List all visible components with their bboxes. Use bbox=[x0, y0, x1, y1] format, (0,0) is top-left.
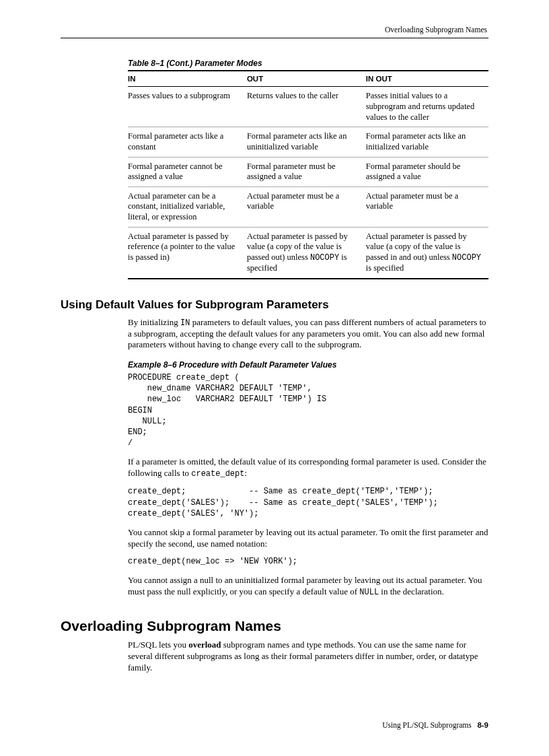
inline-code: create_dept bbox=[191, 469, 244, 479]
text: By initializing bbox=[128, 317, 180, 327]
text: : bbox=[244, 468, 247, 478]
parameter-modes-table: IN OUT IN OUT Passes values to a subprog… bbox=[128, 70, 488, 279]
table-row: Actual parameter can be a constant, init… bbox=[128, 186, 488, 227]
text: PL/SQL lets you bbox=[128, 640, 188, 650]
cell: Formal parameter acts like an uninitiali… bbox=[247, 127, 366, 157]
table-block: Table 8–1 (Cont.) Parameter Modes IN OUT… bbox=[128, 59, 488, 279]
cell: Formal parameter acts like an initialize… bbox=[366, 127, 488, 157]
bold-text: overload bbox=[188, 640, 221, 650]
code-block: create_dept(new_loc => 'NEW YORK'); bbox=[128, 556, 488, 567]
header-rule bbox=[61, 38, 488, 38]
paragraph: By initializing IN parameters to default… bbox=[128, 317, 488, 351]
cell: Passes initial values to a subprogram an… bbox=[366, 87, 488, 127]
footer-chapter: Using PL/SQL Subprograms bbox=[382, 721, 471, 729]
table-caption: Table 8–1 (Cont.) Parameter Modes bbox=[128, 59, 488, 68]
cell-text: is specified bbox=[366, 263, 404, 273]
inline-code: NOCOPY bbox=[452, 253, 481, 263]
cell: Actual parameter is passed by value (a c… bbox=[366, 227, 488, 278]
col-header-out: OUT bbox=[247, 71, 366, 87]
code-block: create_dept; -- Same as create_dept('TEM… bbox=[128, 486, 488, 519]
cell: Actual parameter can be a constant, init… bbox=[128, 186, 247, 227]
section-body: PL/SQL lets you overload subprogram name… bbox=[128, 640, 488, 673]
cell: Returns values to the caller bbox=[247, 87, 366, 127]
paragraph: PL/SQL lets you overload subprogram name… bbox=[128, 640, 488, 673]
cell: Actual parameter must be a variable bbox=[366, 186, 488, 227]
cell: Passes values to a subprogram bbox=[128, 87, 247, 127]
running-head: Overloading Subprogram Names bbox=[61, 26, 488, 38]
text: If a parameter is omitted, the default v… bbox=[128, 456, 486, 478]
example-caption: Example 8–6 Procedure with Default Param… bbox=[128, 360, 488, 370]
paragraph: You cannot assign a null to an uninitial… bbox=[128, 575, 488, 598]
cell: Formal parameter acts like a constant bbox=[128, 127, 247, 157]
heading-overloading: Overloading Subprogram Names bbox=[61, 618, 488, 634]
table-row: Actual parameter is passed by reference … bbox=[128, 227, 488, 278]
cell: Actual parameter is passed by value (a c… bbox=[247, 227, 366, 278]
section-body: By initializing IN parameters to default… bbox=[128, 317, 488, 598]
footer-page-number: 8-9 bbox=[477, 721, 488, 729]
cell: Formal parameter should be assigned a va… bbox=[366, 157, 488, 186]
inline-code: IN bbox=[180, 318, 190, 328]
cell: Actual parameter is passed by reference … bbox=[128, 227, 247, 278]
paragraph: If a parameter is omitted, the default v… bbox=[128, 456, 488, 479]
inline-code: NOCOPY bbox=[310, 253, 339, 263]
col-header-inout: IN OUT bbox=[366, 71, 488, 87]
heading-default-values: Using Default Values for Subprogram Para… bbox=[61, 298, 488, 312]
text: in the declaration. bbox=[379, 586, 444, 596]
paragraph: You cannot skip a formal parameter by le… bbox=[128, 527, 488, 549]
code-block: PROCEDURE create_dept ( new_dname VARCHA… bbox=[128, 372, 488, 448]
page: Overloading Subprogram Names Table 8–1 (… bbox=[0, 0, 549, 756]
col-header-in: IN bbox=[128, 71, 247, 87]
page-footer: Using PL/SQL Subprograms 8-9 bbox=[382, 721, 488, 729]
cell: Formal parameter must be assigned a valu… bbox=[247, 157, 366, 186]
cell: Formal parameter cannot be assigned a va… bbox=[128, 157, 247, 186]
inline-code: NULL bbox=[359, 588, 379, 597]
table-row: Formal parameter acts like a constant Fo… bbox=[128, 127, 488, 157]
table-row: Passes values to a subprogram Returns va… bbox=[128, 87, 488, 127]
table-header-row: IN OUT IN OUT bbox=[128, 71, 488, 87]
table-row: Formal parameter cannot be assigned a va… bbox=[128, 157, 488, 186]
cell: Actual parameter must be a variable bbox=[247, 186, 366, 227]
